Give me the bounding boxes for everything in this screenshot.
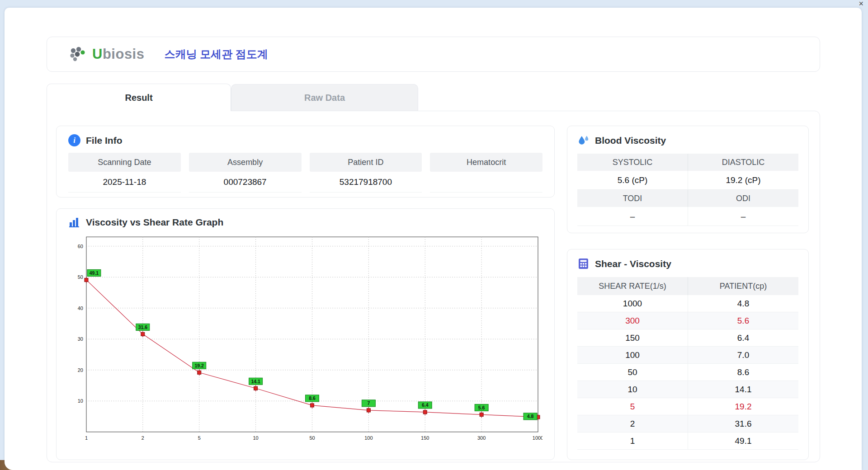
app-window: Ubiosis 스캐닝 모세관 점도계 Result Raw Data i Fi… — [5, 8, 862, 470]
graph-title: Viscosity vs Shear Rate Graph — [86, 217, 223, 228]
shear-viscosity-rows: 1000 4.8 300 5.6 150 6.4 100 7.0 50 8.6 … — [577, 295, 798, 450]
blood-viscosity-header-cell: SYSTOLIC — [577, 154, 688, 171]
shear-viscosity-title-row: Shear - Viscosity — [577, 258, 798, 270]
blood-viscosity-value-row: 5.6 (cP) 19.2 (cP) — [577, 171, 798, 190]
patient-viscosity-cell: 5.6 — [688, 312, 798, 329]
file-info-field: Patient ID 53217918700 — [310, 153, 422, 193]
patient-viscosity-cell: 14.1 — [688, 381, 798, 398]
svg-text:8.6: 8.6 — [309, 396, 316, 401]
file-info-title-row: i File Info — [68, 134, 542, 146]
file-info-card: i File Info Scanning Date 2025-11-18 Ass… — [56, 126, 555, 197]
shear-viscosity-card: Shear - Viscosity SHEAR RATE(1/s) PATIEN… — [567, 249, 809, 460]
svg-text:19.2: 19.2 — [195, 363, 204, 368]
file-info-field-label: Scanning Date — [68, 153, 181, 172]
shear-viscosity-row: 2 31.6 — [577, 415, 798, 432]
ubiosis-logo-icon — [69, 47, 88, 62]
file-info-field: Assembly 000723867 — [189, 153, 302, 193]
tab-result[interactable]: Result — [47, 84, 231, 111]
blood-viscosity-table: SYSTOLIC DIASTOLIC 5.6 (cP) 19.2 (cP) TO… — [577, 154, 798, 226]
svg-text:10: 10 — [253, 435, 259, 441]
patient-viscosity-cell: 19.2 — [688, 398, 798, 415]
shear-rate-cell: 50 — [577, 364, 688, 381]
svg-text:7: 7 — [367, 401, 370, 406]
ubiosis-logo: Ubiosis — [69, 46, 144, 62]
app-title: 스캐닝 모세관 점도계 — [164, 47, 268, 61]
blood-viscosity-header-row: TODI ODI — [577, 190, 798, 207]
shear-viscosity-row: 100 7.0 — [577, 347, 798, 364]
blood-viscosity-header-row: SYSTOLIC DIASTOLIC — [577, 154, 798, 171]
logo-text: Ubiosis — [92, 46, 144, 62]
logo-letters-biosis: biosis — [103, 46, 145, 62]
shear-viscosity-row: 5 19.2 — [577, 398, 798, 415]
file-info-field-value: 53217918700 — [310, 172, 422, 193]
window-close-button[interactable]: × — [859, 0, 863, 8]
shear-viscosity-row: 150 6.4 — [577, 329, 798, 347]
graph-title-row: Viscosity vs Shear Rate Graph — [68, 216, 542, 228]
shear-viscosity-header-row: SHEAR RATE(1/s) PATIENT(cp) — [577, 277, 798, 295]
svg-text:5.6: 5.6 — [478, 405, 485, 410]
file-info-field: Scanning Date 2025-11-18 — [68, 153, 181, 193]
svg-text:2: 2 — [142, 435, 144, 441]
shear-rate-cell: 300 — [577, 312, 688, 329]
patient-viscosity-cell: 4.8 — [688, 295, 798, 312]
patient-column-header: PATIENT(cp) — [688, 277, 798, 295]
blood-viscosity-header-cell: DIASTOLIC — [688, 154, 798, 171]
left-column: i File Info Scanning Date 2025-11-18 Ass… — [56, 126, 555, 453]
blood-viscosity-header-cell: ODI — [688, 190, 798, 207]
file-info-field-label: Patient ID — [310, 153, 422, 172]
tab-raw-data[interactable]: Raw Data — [231, 84, 418, 111]
svg-text:150: 150 — [421, 435, 429, 441]
calculator-grid-icon — [577, 258, 590, 270]
blood-viscosity-value-cell: – — [577, 207, 688, 226]
blood-viscosity-value-cell: 5.6 (cP) — [577, 171, 688, 190]
svg-text:31.6: 31.6 — [138, 325, 148, 330]
blood-viscosity-header-cell: TODI — [577, 190, 688, 207]
shear-rate-cell: 1 — [577, 432, 688, 450]
blood-viscosity-value-row: – – — [577, 207, 798, 226]
shear-rate-cell: 10 — [577, 381, 688, 398]
svg-text:40: 40 — [78, 306, 83, 311]
shear-rate-cell: 2 — [577, 415, 688, 432]
result-panel: i File Info Scanning Date 2025-11-18 Ass… — [47, 111, 820, 462]
svg-text:300: 300 — [477, 435, 486, 441]
file-info-fields: Scanning Date 2025-11-18 Assembly 000723… — [68, 153, 542, 193]
svg-text:100: 100 — [364, 435, 373, 441]
shear-rate-cell: 5 — [577, 398, 688, 415]
shear-viscosity-title: Shear - Viscosity — [595, 258, 671, 269]
header-card: Ubiosis 스캐닝 모세관 점도계 — [47, 37, 820, 72]
shear-viscosity-row: 10 14.1 — [577, 381, 798, 398]
right-column: Blood Viscosity SYSTOLIC DIASTOLIC 5.6 (… — [567, 126, 809, 453]
blood-viscosity-title: Blood Viscosity — [595, 135, 666, 146]
droplet-icon — [577, 134, 590, 146]
patient-viscosity-cell: 6.4 — [688, 329, 798, 347]
svg-text:20: 20 — [78, 367, 83, 373]
patient-viscosity-cell: 49.1 — [688, 432, 798, 450]
svg-text:50: 50 — [78, 274, 83, 280]
bar-chart-icon — [68, 216, 80, 228]
file-info-field-label: Assembly — [189, 153, 302, 172]
file-info-title: File Info — [86, 135, 123, 146]
shear-rate-cell: 1000 — [577, 295, 688, 312]
svg-text:14.1: 14.1 — [251, 379, 260, 384]
patient-viscosity-cell: 8.6 — [688, 364, 798, 381]
patient-viscosity-cell: 7.0 — [688, 347, 798, 364]
svg-text:10: 10 — [78, 398, 83, 404]
viscosity-chart-svg: 1020304050601251050100150300100049.131.6… — [68, 232, 542, 445]
patient-viscosity-cell: 31.6 — [688, 415, 798, 432]
svg-text:50: 50 — [309, 435, 315, 441]
svg-text:49.1: 49.1 — [90, 271, 99, 276]
shear-rate-cell: 150 — [577, 329, 688, 347]
shear-viscosity-row: 1 49.1 — [577, 432, 798, 450]
graph-card: Viscosity vs Shear Rate Graph 1020304050… — [56, 208, 555, 460]
blood-viscosity-card: Blood Viscosity SYSTOLIC DIASTOLIC 5.6 (… — [567, 126, 809, 233]
tab-bar: Result Raw Data — [47, 84, 820, 111]
svg-text:30: 30 — [78, 336, 83, 342]
file-info-field: Hematocrit — [430, 153, 542, 193]
logo-letter-u: U — [92, 46, 103, 62]
shear-viscosity-row: 1000 4.8 — [577, 295, 798, 312]
blood-viscosity-value-cell: 19.2 (cP) — [688, 171, 798, 190]
svg-text:1000: 1000 — [533, 435, 542, 441]
shear-viscosity-row: 50 8.6 — [577, 364, 798, 381]
file-info-field-value: 2025-11-18 — [68, 172, 181, 193]
svg-text:1: 1 — [85, 435, 88, 441]
